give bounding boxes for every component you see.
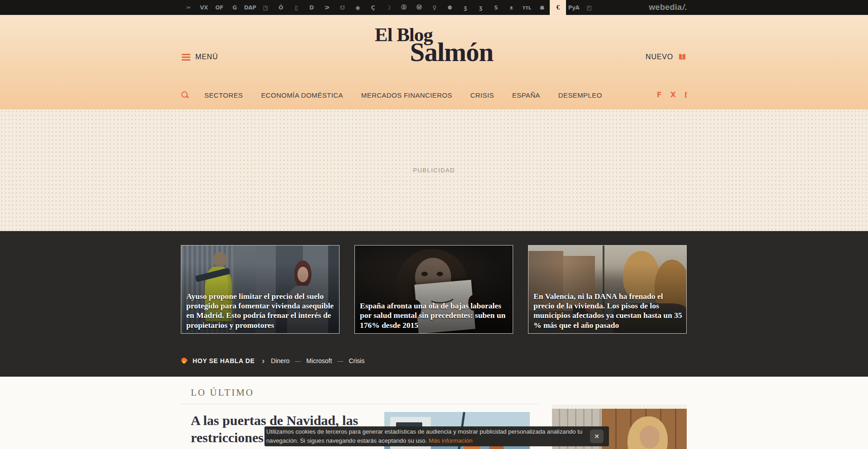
webedia-logo[interactable]: webedia/. <box>649 0 687 15</box>
camera-lens-icon[interactable]: ◉ <box>350 0 365 15</box>
circle-m-icon[interactable]: Ⓜ <box>411 0 427 15</box>
featured-cards-row: Ayuso propone limitar el precio del suel… <box>181 231 687 334</box>
card-title[interactable]: España afronta una ola de bajas laborale… <box>360 301 509 330</box>
cookie-close-button[interactable]: ✕ <box>590 430 604 443</box>
nav-item-mercados-financieros[interactable]: MERCADOS FINANCIEROS <box>361 91 452 99</box>
hoy-se-habla-de-breadcrumb: HOY SE HABLA DE › Dinero — Microsoft — C… <box>181 356 687 365</box>
droplet-a-icon[interactable]: Ó <box>273 0 288 15</box>
featured-card-bajas-laborales[interactable]: España afronta una ola de bajas laborale… <box>354 245 513 334</box>
site-logo[interactable]: El Blog Salmón <box>375 25 493 66</box>
swoosh-alt-icon[interactable]: ʒ <box>473 0 488 15</box>
webedia-slash: /. <box>682 3 687 12</box>
nav-item-crisis[interactable]: CRISIS <box>470 91 494 99</box>
facebook-icon[interactable]: f <box>684 91 687 99</box>
dap-site-icon[interactable]: DAP <box>242 0 258 15</box>
nuevo-button[interactable]: NUEVO <box>646 53 686 61</box>
el-blog-salmon-euro-icon[interactable]: € <box>550 0 566 15</box>
topic-separator: — <box>295 358 301 364</box>
ttl-icon[interactable]: ᴛᴛʟ <box>519 0 534 15</box>
g-site-icon[interactable]: G <box>227 0 242 15</box>
letter-d-icon[interactable]: D <box>304 0 319 15</box>
clamp-c-icon[interactable]: Ç <box>365 0 381 15</box>
main-nav: SECTORES ECONOMÍA DOMÉSTICA MERCADOS FIN… <box>181 90 687 100</box>
shopping-bag-icon[interactable]: ◳ <box>258 0 273 15</box>
featured-section: Ayuso propone limitar el precio del suel… <box>0 231 868 377</box>
football-icon[interactable]: ⚈ <box>442 0 458 15</box>
circle-b-icon[interactable]: Ⓑ <box>396 0 411 15</box>
ad-banner: PUBLICIDAD <box>0 109 868 231</box>
featured-card-ayuso[interactable]: Ayuso propone limitar el precio del suel… <box>181 245 340 334</box>
hoy-label: HOY SE HABLA DE <box>193 357 255 364</box>
nav-item-espana[interactable]: ESPAÑA <box>512 91 540 99</box>
animal-face-icon[interactable]: ᴥ <box>504 0 519 15</box>
smartphone-icon[interactable]: ▯ <box>288 0 304 15</box>
flipboard-icon[interactable]: F <box>657 91 662 99</box>
x-twitter-icon[interactable]: X <box>670 91 676 99</box>
cookie-banner: Utilizamos cookies de terceros para gene… <box>264 426 609 446</box>
publicidad-label: PUBLICIDAD <box>413 167 455 174</box>
fire-icon <box>181 357 187 365</box>
network-sites-row: ✂ VX OF G DAP ◳ Ó ▯ D ᕗ ☋ ◉ Ç ☽ Ⓑ Ⓜ ♀ ⚈ … <box>181 0 597 15</box>
book-icon <box>678 54 686 61</box>
topic-link-dinero[interactable]: Dinero <box>271 357 289 364</box>
sidebar-ad-pattern <box>552 405 687 409</box>
backpack-icon[interactable]: ◰ <box>581 0 597 15</box>
mas-informacion-link[interactable]: Más información <box>429 437 472 444</box>
of-site-icon[interactable]: OF <box>212 0 227 15</box>
cookie-line-1: Utilizamos cookies de terceros para gene… <box>266 428 582 435</box>
social-links: F X f <box>657 91 687 99</box>
android-icon[interactable]: ☋ <box>335 0 350 15</box>
cookie-message: Utilizamos cookies de terceros para gene… <box>266 427 583 446</box>
menu-button[interactable]: MENÚ <box>182 53 218 61</box>
nav-item-sectores[interactable]: SECTORES <box>204 91 243 99</box>
hamburger-icon <box>182 54 190 61</box>
topic-link-crisis[interactable]: Crisis <box>349 357 364 364</box>
card-title[interactable]: En Valencia, ni la DANA ha frenado el pr… <box>533 292 683 330</box>
nuevo-label: NUEVO <box>646 53 673 61</box>
scissors-icon[interactable]: ✂ <box>181 0 196 15</box>
webedia-brand-text: webedia <box>649 3 682 12</box>
section-divider <box>181 404 538 404</box>
ear-icon[interactable]: ☽ <box>381 0 396 15</box>
section-title-lo-ultimo: LO ÚLTIMO <box>191 387 538 398</box>
chevron-right-icon: › <box>262 357 264 365</box>
pymes-autonomos-icon[interactable]: PyA <box>566 0 581 15</box>
nav-item-economia-domestica[interactable]: ECONOMÍA DOMÉSTICA <box>261 91 343 99</box>
featured-card-valencia-dana[interactable]: En Valencia, ni la DANA ha frenado el pr… <box>528 245 687 334</box>
lollipop-icon[interactable]: ♀ <box>427 0 442 15</box>
letter-s-icon[interactable]: S <box>488 0 504 15</box>
menu-label: MENÚ <box>195 53 218 61</box>
nav-item-desempleo[interactable]: DESEMPLEO <box>558 91 602 99</box>
topic-link-microsoft[interactable]: Microsoft <box>307 357 332 364</box>
topic-separator: — <box>337 358 343 364</box>
network-topbar: ✂ VX OF G DAP ◳ Ó ▯ D ᕗ ☋ ◉ Ç ☽ Ⓑ Ⓜ ♀ ⚈ … <box>0 0 868 15</box>
vx-site-icon[interactable]: VX <box>196 0 212 15</box>
helmet-icon[interactable]: ☗ <box>534 0 550 15</box>
swoosh-icon[interactable]: ʒ <box>458 0 473 15</box>
cookie-line-2: navegación. Si sigues navegando estarás … <box>266 437 427 444</box>
nav-items: SECTORES ECONOMÍA DOMÉSTICA MERCADOS FIN… <box>204 91 602 99</box>
runner-icon[interactable]: ᕗ <box>319 0 335 15</box>
search-icon[interactable] <box>181 91 189 99</box>
card-title[interactable]: Ayuso propone limitar el precio del suel… <box>186 292 335 330</box>
site-header: MENÚ El Blog Salmón NUEVO SECTORES ECONO… <box>0 15 868 109</box>
